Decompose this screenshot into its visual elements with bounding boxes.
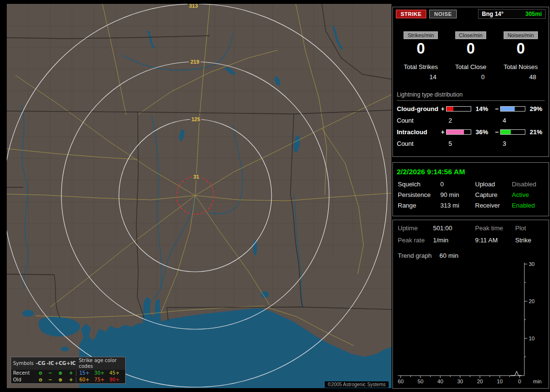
total-close-value: 0 (446, 73, 495, 81)
intracloud-row: Intracloud + 36% − 21% (396, 128, 546, 136)
bearing-label: Bng 14° (482, 11, 504, 17)
intracloud-negative-pct: 21% (527, 128, 547, 136)
noises-per-min-label: Noises/min (504, 31, 537, 39)
minus-sign: − (493, 105, 500, 112)
cloud-ground-negative-count: 4 (500, 117, 527, 124)
receiver-label: Receiver (475, 202, 512, 209)
total-noises-value: 48 (496, 73, 546, 81)
x-axis-unit-label: min (533, 378, 542, 384)
neg-cg-old-icon: ⊖ (35, 377, 46, 383)
strikes-counter: Strikes/min 0 Total Strikes 14 (396, 30, 446, 81)
age-60-label: 60+ (79, 377, 89, 383)
intracloud-negative-count: 3 (500, 140, 527, 147)
peak-rate-label: Peak rate (398, 237, 433, 244)
intracloud-count-row: Count 5 3 (396, 140, 546, 147)
pos-ic-old-icon: + (66, 377, 76, 383)
range-ring-label-31: 31 (192, 174, 201, 180)
range-label: Range (398, 202, 440, 209)
bearing-distance: 305mi (525, 11, 542, 17)
x-tick-label: 20 (477, 378, 483, 384)
x-tick-label: 0 (518, 378, 521, 384)
capture-label: Capture (475, 191, 512, 198)
legend-col-pos-ic: +IC (66, 361, 76, 366)
stats-panel: STRIKE NOISE Bng 14° 305mi Strikes/min 0… (392, 7, 549, 157)
persistence-label: Persistence (398, 191, 440, 198)
legend-header-row: Symbols -CG -IC +CG +IC Strike age color… (11, 357, 125, 370)
pos-ic-recent-icon: + (66, 370, 76, 376)
legend-symbols-header: Symbols (13, 361, 35, 366)
y-tick-label: 10 (529, 336, 535, 341)
noises-counter: Noises/min 0 Total Noises 48 (496, 30, 546, 81)
cloud-ground-row: Cloud-ground + 14% − 29% (396, 105, 546, 112)
x-tick-label: 40 (437, 378, 443, 384)
noise-button[interactable]: NOISE (429, 10, 457, 18)
upload-label: Upload (475, 181, 512, 188)
trend-graph-header: Trend graph 60 min (393, 244, 549, 259)
status-panel: 2/2/2026 9:14:56 AM Squelch 0 Upload Dis… (392, 162, 549, 216)
count-label: Count (397, 140, 439, 147)
x-tick-label: 10 (497, 378, 503, 384)
trend-graph-window: 60 min (439, 252, 458, 259)
legend-recent-row: Recent ⊖ − ⊕ + 15+ 30+ 45+ (11, 370, 125, 377)
total-noises-label: Total Noises (496, 63, 546, 70)
trend-graph-label: Trend graph (398, 252, 432, 259)
total-strikes-value: 14 (396, 73, 446, 81)
lightning-distribution-title: Lightning type distribution (397, 91, 545, 101)
range-ring-label-125: 125 (190, 116, 202, 123)
map-view[interactable]: 313 219 125 31 Symbols -CG -IC +CG +IC S… (7, 4, 391, 388)
trend-info-grid: Uptime 501:00 Peak time Plot Peak rate 1… (393, 220, 549, 244)
map-legend: Symbols -CG -IC +CG +IC Strike age color… (11, 357, 126, 384)
uptime-value: 501:00 (433, 224, 475, 232)
pos-cg-recent-icon: ⊕ (55, 370, 66, 376)
minus-sign: − (493, 128, 500, 136)
app-window: 313 219 125 31 Symbols -CG -IC +CG +IC S… (0, 0, 550, 392)
trend-series-strike (511, 371, 521, 376)
close-counter: Close/min 0 Total Close 0 (446, 30, 495, 81)
strikes-per-min-value: 0 (396, 40, 446, 57)
mode-button-row: STRIKE NOISE Bng 14° 305mi (396, 9, 546, 19)
peak-time-value: 9:11 AM (475, 237, 515, 244)
plus-sign: + (439, 128, 446, 136)
strike-button[interactable]: STRIKE (396, 10, 426, 18)
upload-status: Disabled (512, 181, 549, 188)
noises-per-min-value: 0 (496, 40, 546, 57)
trend-axes (398, 263, 527, 378)
total-close-label: Total Close (446, 63, 495, 70)
age-45-label: 45+ (109, 370, 119, 376)
legend-recent-label: Recent (13, 370, 35, 376)
x-tick-label: 60 (398, 378, 404, 384)
cloud-ground-negative-bar (500, 106, 525, 112)
count-label: Count (397, 117, 439, 124)
trend-graph: 30 20 10 60 50 40 30 20 10 0 min (393, 259, 549, 388)
range-ring-label-219: 219 (189, 59, 201, 65)
status-grid: Squelch 0 Upload Disabled Persistence 90… (393, 181, 549, 209)
x-tick-label: 30 (457, 378, 463, 384)
copyright-text: ©2005 Astrogenic Systems (325, 381, 389, 388)
bearing-display: Bng 14° 305mi (478, 9, 546, 19)
datetime-display: 2/2/2026 9:14:56 AM (393, 166, 549, 181)
age-15-label: 15+ (79, 370, 89, 376)
trend-x-tick-labels: 60 50 40 30 20 10 0 min (398, 378, 542, 384)
intracloud-positive-bar (446, 129, 471, 135)
range-value: 313 mi (440, 202, 475, 209)
y-tick-label: 30 (529, 261, 535, 267)
cloud-ground-label: Cloud-ground (397, 105, 439, 112)
cloud-ground-positive-pct: 14% (473, 105, 493, 112)
capture-status: Active (512, 191, 549, 198)
peak-time-label: Peak time (475, 224, 515, 232)
pos-cg-old-icon: ⊕ (55, 377, 66, 383)
intracloud-negative-bar (500, 129, 525, 135)
strikes-per-min-label: Strikes/min (404, 31, 437, 39)
peak-rate-value: 1/min (433, 237, 475, 244)
intracloud-positive-pct: 36% (473, 128, 493, 136)
y-tick-label: 20 (529, 298, 535, 304)
plot-value: Strike (515, 237, 549, 244)
trend-y-tick-labels: 30 20 10 (529, 261, 535, 341)
neg-ic-old-icon: − (46, 377, 55, 383)
age-75-label: 75+ (94, 377, 104, 383)
age-30-label: 30+ (94, 370, 104, 376)
age-90-label: 90+ (109, 377, 119, 383)
counters: Strikes/min 0 Total Strikes 14 Close/min… (396, 30, 546, 81)
legend-old-row: Old ⊖ − ⊕ + 60+ 75+ 90+ (11, 377, 125, 383)
intracloud-positive-count: 5 (446, 140, 473, 147)
